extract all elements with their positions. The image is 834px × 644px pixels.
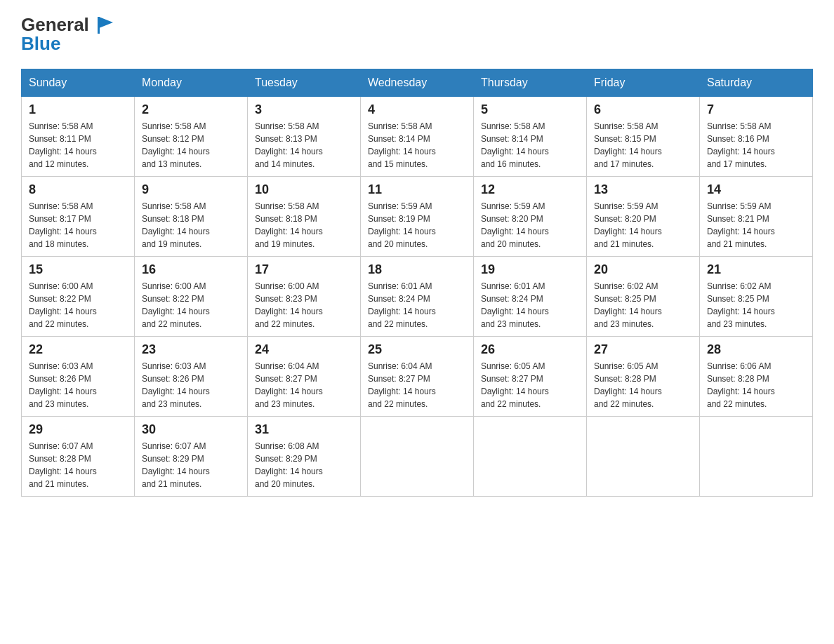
calendar-cell: 24Sunrise: 6:04 AMSunset: 8:27 PMDayligh… (248, 337, 361, 417)
calendar-cell: 15Sunrise: 6:00 AMSunset: 8:22 PMDayligh… (22, 257, 135, 337)
day-info: Sunrise: 5:58 AMSunset: 8:11 PMDaylight:… (29, 120, 127, 170)
day-info: Sunrise: 6:08 AMSunset: 8:29 PMDaylight:… (255, 440, 353, 490)
calendar-cell: 12Sunrise: 5:59 AMSunset: 8:20 PMDayligh… (474, 177, 587, 257)
calendar-cell: 22Sunrise: 6:03 AMSunset: 8:26 PMDayligh… (22, 337, 135, 417)
day-number: 17 (255, 262, 353, 277)
calendar-cell: 21Sunrise: 6:02 AMSunset: 8:25 PMDayligh… (700, 257, 813, 337)
day-info: Sunrise: 5:59 AMSunset: 8:20 PMDaylight:… (594, 200, 692, 250)
day-info: Sunrise: 6:05 AMSunset: 8:28 PMDaylight:… (594, 360, 692, 410)
day-info: Sunrise: 6:04 AMSunset: 8:27 PMDaylight:… (255, 360, 353, 410)
day-number: 13 (594, 182, 692, 197)
day-info: Sunrise: 5:58 AMSunset: 8:14 PMDaylight:… (481, 120, 579, 170)
calendar-cell: 23Sunrise: 6:03 AMSunset: 8:26 PMDayligh… (135, 337, 248, 417)
day-number: 4 (368, 102, 466, 117)
day-number: 20 (594, 262, 692, 277)
day-number: 16 (142, 262, 240, 277)
calendar-week-1: 1Sunrise: 5:58 AMSunset: 8:11 PMDaylight… (22, 97, 813, 177)
logo: General Blue (21, 14, 114, 55)
day-info: Sunrise: 6:07 AMSunset: 8:29 PMDaylight:… (142, 440, 240, 490)
weekday-header-thursday: Thursday (474, 69, 587, 97)
day-number: 21 (707, 262, 805, 277)
weekday-header-friday: Friday (587, 69, 700, 97)
calendar-cell (700, 417, 813, 497)
calendar-cell: 2Sunrise: 5:58 AMSunset: 8:12 PMDaylight… (135, 97, 248, 177)
calendar-cell: 10Sunrise: 5:58 AMSunset: 8:18 PMDayligh… (248, 177, 361, 257)
day-info: Sunrise: 6:04 AMSunset: 8:27 PMDaylight:… (368, 360, 466, 410)
calendar-cell: 13Sunrise: 5:59 AMSunset: 8:20 PMDayligh… (587, 177, 700, 257)
calendar-cell: 27Sunrise: 6:05 AMSunset: 8:28 PMDayligh… (587, 337, 700, 417)
calendar-cell: 3Sunrise: 5:58 AMSunset: 8:13 PMDaylight… (248, 97, 361, 177)
day-number: 19 (481, 262, 579, 277)
calendar-cell: 17Sunrise: 6:00 AMSunset: 8:23 PMDayligh… (248, 257, 361, 337)
day-info: Sunrise: 6:06 AMSunset: 8:28 PMDaylight:… (707, 360, 805, 410)
calendar-cell: 28Sunrise: 6:06 AMSunset: 8:28 PMDayligh… (700, 337, 813, 417)
day-number: 22 (29, 342, 127, 357)
day-number: 25 (368, 342, 466, 357)
day-number: 15 (29, 262, 127, 277)
day-info: Sunrise: 6:03 AMSunset: 8:26 PMDaylight:… (29, 360, 127, 410)
calendar-cell: 26Sunrise: 6:05 AMSunset: 8:27 PMDayligh… (474, 337, 587, 417)
weekday-header-sunday: Sunday (22, 69, 135, 97)
day-number: 18 (368, 262, 466, 277)
calendar-week-4: 22Sunrise: 6:03 AMSunset: 8:26 PMDayligh… (22, 337, 813, 417)
svg-rect-1 (98, 17, 100, 34)
logo-blue: Blue (21, 33, 60, 55)
calendar-table: SundayMondayTuesdayWednesdayThursdayFrid… (21, 69, 813, 497)
day-info: Sunrise: 5:58 AMSunset: 8:17 PMDaylight:… (29, 200, 127, 250)
day-number: 31 (255, 422, 353, 437)
day-info: Sunrise: 5:58 AMSunset: 8:12 PMDaylight:… (142, 120, 240, 170)
page-header: General Blue (21, 14, 813, 55)
calendar-cell: 18Sunrise: 6:01 AMSunset: 8:24 PMDayligh… (361, 257, 474, 337)
weekday-header-saturday: Saturday (700, 69, 813, 97)
calendar-cell: 8Sunrise: 5:58 AMSunset: 8:17 PMDaylight… (22, 177, 135, 257)
calendar-cell: 25Sunrise: 6:04 AMSunset: 8:27 PMDayligh… (361, 337, 474, 417)
day-number: 10 (255, 182, 353, 197)
calendar-week-5: 29Sunrise: 6:07 AMSunset: 8:28 PMDayligh… (22, 417, 813, 497)
day-number: 29 (29, 422, 127, 437)
calendar-cell: 19Sunrise: 6:01 AMSunset: 8:24 PMDayligh… (474, 257, 587, 337)
calendar-cell: 9Sunrise: 5:58 AMSunset: 8:18 PMDaylight… (135, 177, 248, 257)
day-info: Sunrise: 5:58 AMSunset: 8:18 PMDaylight:… (255, 200, 353, 250)
calendar-cell: 30Sunrise: 6:07 AMSunset: 8:29 PMDayligh… (135, 417, 248, 497)
calendar-cell (474, 417, 587, 497)
calendar-cell: 5Sunrise: 5:58 AMSunset: 8:14 PMDaylight… (474, 97, 587, 177)
day-info: Sunrise: 6:00 AMSunset: 8:22 PMDaylight:… (29, 280, 127, 330)
calendar-cell: 14Sunrise: 5:59 AMSunset: 8:21 PMDayligh… (700, 177, 813, 257)
day-number: 28 (707, 342, 805, 357)
calendar-cell: 1Sunrise: 5:58 AMSunset: 8:11 PMDaylight… (22, 97, 135, 177)
calendar-week-2: 8Sunrise: 5:58 AMSunset: 8:17 PMDaylight… (22, 177, 813, 257)
calendar-cell (587, 417, 700, 497)
day-info: Sunrise: 5:58 AMSunset: 8:14 PMDaylight:… (368, 120, 466, 170)
day-number: 8 (29, 182, 127, 197)
day-info: Sunrise: 5:58 AMSunset: 8:15 PMDaylight:… (594, 120, 692, 170)
day-info: Sunrise: 5:58 AMSunset: 8:13 PMDaylight:… (255, 120, 353, 170)
day-info: Sunrise: 5:58 AMSunset: 8:16 PMDaylight:… (707, 120, 805, 170)
calendar-cell: 7Sunrise: 5:58 AMSunset: 8:16 PMDaylight… (700, 97, 813, 177)
day-info: Sunrise: 5:59 AMSunset: 8:20 PMDaylight:… (481, 200, 579, 250)
day-number: 1 (29, 102, 127, 117)
day-number: 11 (368, 182, 466, 197)
day-number: 12 (481, 182, 579, 197)
calendar-cell: 20Sunrise: 6:02 AMSunset: 8:25 PMDayligh… (587, 257, 700, 337)
calendar-cell: 29Sunrise: 6:07 AMSunset: 8:28 PMDayligh… (22, 417, 135, 497)
weekday-header-monday: Monday (135, 69, 248, 97)
day-info: Sunrise: 5:59 AMSunset: 8:19 PMDaylight:… (368, 200, 466, 250)
day-info: Sunrise: 6:01 AMSunset: 8:24 PMDaylight:… (481, 280, 579, 330)
day-info: Sunrise: 5:59 AMSunset: 8:21 PMDaylight:… (707, 200, 805, 250)
day-number: 26 (481, 342, 579, 357)
day-number: 6 (594, 102, 692, 117)
day-info: Sunrise: 6:00 AMSunset: 8:22 PMDaylight:… (142, 280, 240, 330)
day-info: Sunrise: 6:07 AMSunset: 8:28 PMDaylight:… (29, 440, 127, 490)
weekday-header-tuesday: Tuesday (248, 69, 361, 97)
day-info: Sunrise: 6:00 AMSunset: 8:23 PMDaylight:… (255, 280, 353, 330)
calendar-cell: 16Sunrise: 6:00 AMSunset: 8:22 PMDayligh… (135, 257, 248, 337)
day-info: Sunrise: 6:05 AMSunset: 8:27 PMDaylight:… (481, 360, 579, 410)
calendar-cell (361, 417, 474, 497)
day-number: 23 (142, 342, 240, 357)
calendar-cell: 31Sunrise: 6:08 AMSunset: 8:29 PMDayligh… (248, 417, 361, 497)
day-info: Sunrise: 6:03 AMSunset: 8:26 PMDaylight:… (142, 360, 240, 410)
calendar-cell: 11Sunrise: 5:59 AMSunset: 8:19 PMDayligh… (361, 177, 474, 257)
day-info: Sunrise: 6:02 AMSunset: 8:25 PMDaylight:… (594, 280, 692, 330)
weekday-header-wednesday: Wednesday (361, 69, 474, 97)
logo-text-block: General Blue (21, 14, 114, 55)
